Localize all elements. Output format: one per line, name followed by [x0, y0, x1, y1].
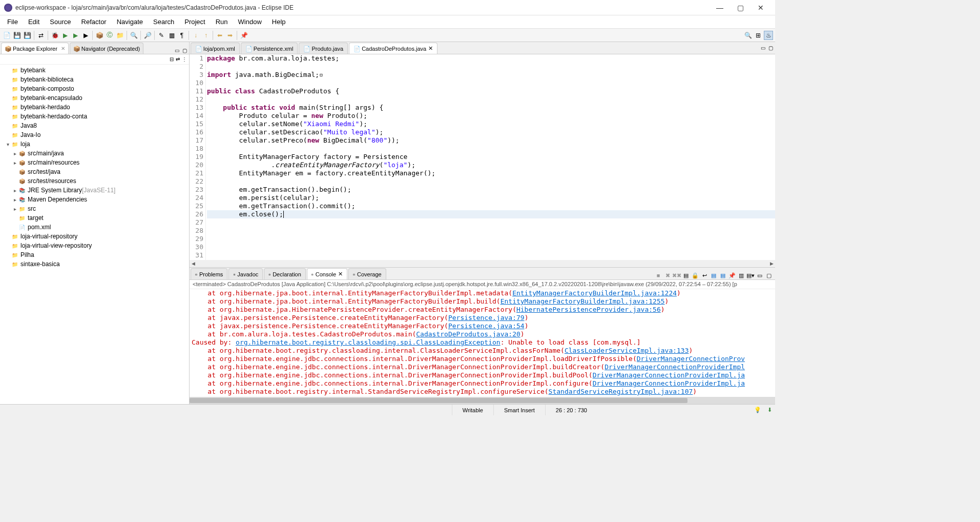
tree-item-src-main-resources[interactable]: ▸📦src/main/resources [0, 158, 189, 167]
code-line-1[interactable]: package br.com.alura.loja.testes; [207, 54, 775, 63]
stack-trace-link[interactable]: StandardServiceRegistryImpl.java:107 [549, 388, 693, 395]
stack-trace-link[interactable]: EntityManagerFactoryBuilderImpl.java:122… [512, 289, 677, 297]
code-line-19[interactable]: EntityManagerFactory factory = Persisten… [207, 153, 775, 161]
toggle-mark-icon[interactable]: ✎ [157, 31, 166, 40]
coverage-icon[interactable]: ▶ [71, 31, 80, 40]
expand-icon[interactable]: ▸ [11, 188, 18, 193]
remove-launch-icon[interactable]: ✖ [663, 271, 672, 279]
scroll-right-icon[interactable]: ▶ [768, 260, 775, 267]
code-editor[interactable]: 1231011121314151617181920212223242526272… [190, 54, 775, 260]
code-line-18[interactable] [207, 145, 775, 153]
console-h-scrollbar[interactable] [190, 397, 775, 404]
maximize-view-icon[interactable]: ▢ [181, 47, 188, 54]
code-line-26[interactable]: em.close(); [207, 210, 775, 218]
menu-run[interactable]: Run [211, 16, 233, 28]
code-line-16[interactable]: celular.setDescricao("Muito legal"); [207, 128, 775, 136]
close-icon[interactable]: ✕ [428, 45, 433, 52]
close-icon[interactable]: ✕ [338, 271, 343, 277]
collapse-all-icon[interactable]: ⊟ [170, 56, 174, 62]
tree-item-pilha[interactable]: 📁Pilha [0, 250, 189, 259]
code-line-27[interactable] [207, 218, 775, 227]
menu-source[interactable]: Source [45, 16, 76, 28]
scroll-left-icon[interactable]: ◀ [190, 260, 197, 267]
code-line-2[interactable] [207, 63, 775, 71]
editor-tab-cadastrodeprodutos-java[interactable]: 📄CadastroDeProdutos.java✕ [349, 43, 437, 54]
stack-trace-link[interactable]: DriverManagerConnectionProviderImpl.ja [593, 379, 745, 387]
tree-item-maven-dependencies[interactable]: ▸📚Maven Dependencies [0, 195, 189, 204]
code-line-20[interactable]: .createEntityManagerFactory("loja"); [207, 161, 775, 169]
bottom-tab-problems[interactable]: ▫Problems [191, 268, 227, 279]
code-line-15[interactable]: celular.setNome("Xiaomi Redmi"); [207, 120, 775, 128]
code-area[interactable]: package br.com.alura.loja.testes;import … [206, 54, 775, 260]
code-line-23[interactable]: em.getTransaction().begin(); [207, 186, 775, 194]
stack-trace-link[interactable]: Persistence.java:79 [448, 314, 525, 322]
tree-item-java-io[interactable]: 📁Java-Io [0, 130, 189, 139]
link-editor-icon[interactable]: ⇄ [176, 56, 180, 62]
back-icon[interactable]: ⬅ [215, 31, 224, 40]
forward-icon[interactable]: ➡ [225, 31, 235, 40]
show-console-err-icon[interactable]: ▤ [719, 271, 727, 279]
editor-tab-produto-java[interactable]: 📄Produto.java [299, 43, 348, 54]
tree-item-src-test-resources[interactable]: 📦src/test/resources [0, 176, 189, 186]
search-field-icon[interactable]: 🔍 [743, 31, 753, 40]
save-all-icon[interactable]: 💾 [23, 31, 32, 40]
editor-h-scrollbar[interactable]: ◀ ▶ [190, 260, 775, 267]
maximize-editor-icon[interactable]: ▢ [767, 45, 774, 52]
code-line-17[interactable]: celular.setPreco(new BigDecimal("800")); [207, 136, 775, 145]
menu-navigate[interactable]: Navigate [112, 16, 148, 28]
open-perspective-icon[interactable]: ⊞ [754, 31, 763, 40]
expand-icon[interactable]: ▸ [11, 197, 18, 203]
minimize-editor-icon[interactable]: ▭ [759, 45, 766, 52]
tree-item-loja[interactable]: ▾📁loja [0, 139, 189, 149]
stack-trace-link[interactable]: Persistence.java:54 [448, 322, 525, 330]
code-line-14[interactable]: Produto celular = new Produto(); [207, 112, 775, 120]
maximize-button[interactable]: ▢ [730, 0, 750, 15]
tree-item-bytebank-herdado[interactable]: 📁bytebank-herdado [0, 103, 189, 112]
display-console-icon[interactable]: ▥ [737, 271, 745, 279]
stack-trace-link[interactable]: EntityManagerFactoryBuilderImpl.java:125… [501, 297, 665, 305]
code-line-3[interactable]: import java.math.BigDecimal;▫ [207, 71, 775, 79]
code-line-30[interactable] [207, 243, 775, 251]
code-line-12[interactable] [207, 95, 775, 104]
view-tab-package-explorer[interactable]: 📦Package Explorer✕ [1, 43, 69, 54]
console-output[interactable]: at org.hibernate.jpa.boot.internal.Entit… [190, 289, 775, 397]
minimize-console-icon[interactable]: ▭ [756, 271, 764, 279]
code-line-31[interactable] [207, 251, 775, 259]
bottom-tab-javadoc[interactable]: ▫Javadoc [228, 268, 263, 279]
tree-item-loja-virtual-repository[interactable]: 📁loja-virtual-repository [0, 232, 189, 241]
terminate-icon[interactable]: ■ [654, 271, 662, 279]
code-line-24[interactable]: em.persist(celular); [207, 194, 775, 202]
code-line-28[interactable] [207, 227, 775, 235]
stack-trace-link[interactable]: CadastroDeProdutos.java:20 [416, 330, 520, 338]
tree-item-bytebank-composto[interactable]: 📁bytebank-composto [0, 84, 189, 93]
minimize-view-icon[interactable]: ▭ [173, 47, 180, 54]
menu-window[interactable]: Window [233, 16, 267, 28]
new-package-icon[interactable]: 📦 [95, 31, 104, 40]
toggle-block-icon[interactable]: ▦ [167, 31, 176, 40]
clear-console-icon[interactable]: ▤ [682, 271, 690, 279]
code-line-22[interactable] [207, 177, 775, 186]
switch-icon[interactable]: ⇄ [36, 31, 46, 40]
show-console-icon[interactable]: ▤ [710, 271, 718, 279]
menu-file[interactable]: File [2, 16, 23, 28]
code-line-25[interactable]: em.getTransaction().commit(); [207, 202, 775, 210]
expand-icon[interactable]: ▸ [11, 151, 18, 156]
debug-icon[interactable]: 🐞 [50, 31, 59, 40]
tree-item-java8[interactable]: 📁Java8 [0, 121, 189, 130]
tree-item-bytebank[interactable]: 📁bytebank [0, 66, 189, 75]
scroll-track[interactable] [190, 397, 775, 404]
close-button[interactable]: ✕ [750, 0, 771, 15]
tree-item-target[interactable]: 📁target [0, 213, 189, 223]
code-line-13[interactable]: public static void main(String[] args) { [207, 104, 775, 112]
view-menu-icon[interactable]: ⋮ [182, 56, 187, 62]
stack-trace-link[interactable]: org.hibernate.boot.registry.classloading… [236, 338, 501, 346]
stack-trace-link[interactable]: DriverManagerConnectionProv [637, 355, 745, 363]
tree-item-bytebank-herdado-conta[interactable]: 📁bytebank-herdado-conta [0, 112, 189, 121]
stack-trace-link[interactable]: DriverManagerConnectionProviderImpl [604, 363, 745, 371]
scroll-lock-icon[interactable]: 🔒 [691, 271, 699, 279]
new-icon[interactable]: 📄 [2, 31, 11, 40]
open-console-icon[interactable]: ▤▾ [746, 271, 755, 279]
menu-help[interactable]: Help [267, 16, 291, 28]
menu-edit[interactable]: Edit [23, 16, 45, 28]
stack-trace-link[interactable]: ClassLoaderServiceImpl.java:133 [565, 347, 689, 354]
